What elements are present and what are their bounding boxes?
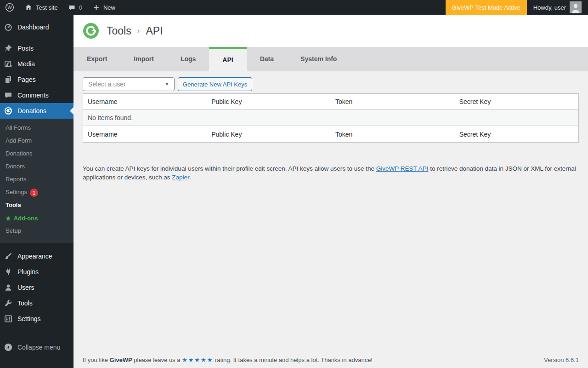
star-icon: ★ (6, 215, 11, 222)
submenu-item-reports[interactable]: Reports (0, 173, 74, 186)
active-menu-arrow (66, 107, 74, 115)
breadcrumb-current: API (146, 25, 163, 37)
submenu-item-setup[interactable]: Setup (0, 224, 74, 237)
page-footer: If you like GiveWP please leave us a ★★★… (83, 356, 579, 363)
sidebar-item-tools[interactable]: Tools (0, 295, 74, 311)
sidebar-item-settings[interactable]: Settings (0, 311, 74, 327)
submenu-item-donations[interactable]: Donations (0, 147, 74, 160)
sidebar-label: Comments (17, 92, 49, 99)
givewp-icon (4, 106, 13, 115)
submenu-label: Donors (6, 163, 25, 170)
column-footer-username: Username (83, 126, 207, 143)
givewp-test-mode-badge[interactable]: GiveWP Test Mode Active (446, 0, 527, 15)
sidebar-item-comments[interactable]: Comments (0, 87, 74, 103)
submenu-label: Add-ons (14, 215, 38, 222)
table-footer-row: Username Public Key Token Secret Key (83, 126, 579, 143)
site-name-label: Test site (36, 4, 58, 11)
user-select[interactable]: Select a user ▼ (83, 77, 175, 91)
page-title: Tools › API (107, 25, 163, 37)
wordpress-logo-menu[interactable]: W (0, 0, 19, 15)
submenu-item-add-form[interactable]: Add Form (0, 134, 74, 147)
submenu-item-all-forms[interactable]: All Forms (0, 121, 74, 134)
submenu-item-tools[interactable]: Tools (0, 199, 74, 212)
column-footer-public-key: Public Key (207, 126, 331, 143)
collapse-icon (4, 343, 13, 352)
tools-tab-bar: Export Import Logs API Data System Info (74, 47, 588, 71)
home-icon (24, 3, 33, 12)
dashboard-icon (4, 23, 13, 32)
api-description: You can create API keys for individual u… (83, 165, 577, 182)
zapier-link[interactable]: Zapier (172, 174, 189, 181)
tab-data[interactable]: Data (247, 47, 287, 71)
wrench-icon (4, 299, 13, 308)
sidebar-label: Media (17, 60, 35, 68)
generate-api-keys-button[interactable]: Generate New API Keys (178, 77, 252, 91)
column-header-public-key: Public Key (207, 94, 331, 109)
tab-api[interactable]: API (209, 47, 246, 71)
sidebar-label: Appearance (17, 253, 52, 260)
givewp-logo (83, 23, 99, 39)
submenu-label: Setup (6, 227, 21, 234)
collapse-menu-button[interactable]: Collapse menu (0, 339, 74, 355)
paintbrush-icon (4, 252, 13, 261)
footer-text: If you like (83, 356, 110, 363)
user-select-value: Select a user (88, 80, 126, 88)
tab-import[interactable]: Import (120, 47, 167, 71)
new-content-link[interactable]: New (87, 0, 120, 15)
submenu-label: Settings (6, 189, 27, 196)
api-keys-table: Username Public Key Token Secret Key No … (83, 93, 579, 143)
column-header-token: Token (331, 94, 455, 109)
user-icon (4, 283, 13, 292)
tab-logs[interactable]: Logs (167, 47, 209, 71)
breadcrumb-separator-icon: › (137, 26, 140, 35)
rating-request: If you like GiveWP please leave us a ★★★… (83, 356, 373, 363)
brand-name: GiveWP (110, 356, 132, 363)
tab-export[interactable]: Export (74, 47, 120, 71)
footer-text: rating. It takes a minute and helps a lo… (213, 356, 373, 363)
description-text: You can create API keys for individual u… (83, 165, 376, 172)
sidebar-item-pages[interactable]: Pages (0, 72, 74, 87)
sidebar-item-donations[interactable]: Donations (0, 103, 74, 119)
content-area: Tools › API Export Import Logs API Data … (74, 15, 588, 368)
comments-count: 0 (79, 4, 82, 11)
sidebar-label: Dashboard (17, 23, 49, 31)
sidebar-item-media[interactable]: Media (0, 56, 74, 72)
five-star-rating-link[interactable]: ★★★★★ (182, 356, 213, 363)
comments-link[interactable]: 0 (63, 0, 87, 15)
sidebar-item-users[interactable]: Users (0, 280, 74, 295)
admin-bar-right: GiveWP Test Mode Active Howdy, user (446, 0, 588, 15)
wordpress-icon: W (5, 3, 14, 12)
sidebar-item-dashboard[interactable]: Dashboard (0, 19, 74, 35)
donations-submenu: All Forms Add Form Donations Donors Repo… (0, 119, 74, 243)
settings-sliders-icon (4, 314, 13, 323)
sidebar-label: Pages (17, 76, 36, 83)
update-count-badge: 1 (30, 189, 38, 197)
submenu-label: Reports (6, 176, 27, 183)
tab-system-info[interactable]: System Info (287, 47, 350, 71)
admin-bar: W Test site 0 New GiveWP Test Mode Activ… (0, 0, 588, 15)
sidebar-item-plugins[interactable]: Plugins (0, 264, 74, 280)
svg-text:W: W (7, 5, 12, 10)
empty-message: No items found. (83, 109, 579, 126)
sidebar-label: Donations (17, 107, 46, 115)
submenu-label: All Forms (6, 124, 31, 131)
sidebar-label: Users (17, 284, 34, 291)
api-panel: Select a user ▼ Generate New API Keys Us… (74, 71, 588, 182)
account-menu[interactable]: Howdy, user (527, 0, 588, 15)
site-name-link[interactable]: Test site (19, 0, 63, 15)
comment-bubble-icon (68, 4, 76, 12)
pages-icon (4, 75, 13, 84)
breadcrumb-parent: Tools (107, 25, 131, 37)
sidebar-item-posts[interactable]: Posts (0, 40, 74, 56)
column-header-username: Username (83, 94, 207, 109)
api-controls: Select a user ▼ Generate New API Keys (83, 77, 579, 91)
rest-api-link[interactable]: GiveWP REST API (376, 165, 429, 172)
submenu-item-addons[interactable]: ★ Add-ons (0, 212, 74, 224)
avatar (570, 1, 582, 13)
submenu-item-settings[interactable]: Settings1 (0, 186, 74, 199)
column-footer-token: Token (331, 126, 455, 143)
submenu-item-donors[interactable]: Donors (0, 160, 74, 173)
chevron-down-icon: ▼ (165, 82, 169, 86)
sidebar-item-appearance[interactable]: Appearance (0, 248, 74, 264)
sidebar-label: Settings (17, 315, 41, 322)
